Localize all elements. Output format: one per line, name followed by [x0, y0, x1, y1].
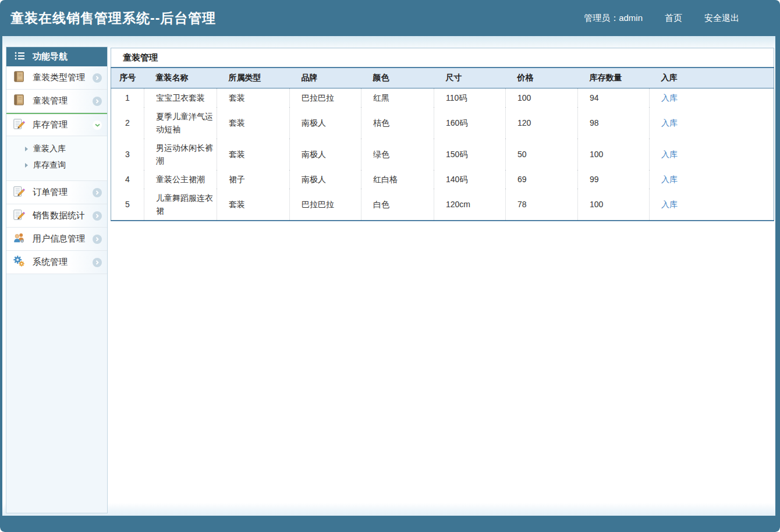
table-row: 3男运动休闲长裤潮套装南极人绿色150码50100入库: [111, 139, 774, 170]
column-header: 品牌: [290, 68, 361, 88]
notepad-pencil-icon: [13, 208, 26, 223]
footer-bar: [0, 516, 780, 532]
app-title: 童装在线销售管理系统--后台管理: [10, 9, 216, 27]
logout-link[interactable]: 安全退出: [704, 13, 739, 24]
cell: 入库: [650, 189, 774, 221]
book-icon: [13, 70, 26, 85]
cell: 98: [578, 107, 650, 139]
cell: 110码: [434, 88, 506, 107]
triangle-right-icon: [25, 163, 28, 168]
sidebar-item[interactable]: 系统管理: [6, 251, 107, 274]
sidebar-item-label: 系统管理: [33, 257, 68, 268]
cell: 120cm: [434, 189, 506, 221]
cell: 巴拉巴拉: [290, 88, 361, 107]
cell: 69: [506, 170, 578, 189]
sidebar-item-label: 童装管理: [33, 95, 68, 107]
chevron-right-icon: [93, 235, 102, 244]
cell: 南极人: [290, 170, 361, 189]
chevron-down-icon: [93, 120, 102, 130]
cell: 100: [506, 88, 578, 107]
triangle-right-icon: [25, 147, 28, 151]
stock-in-link[interactable]: 入库: [661, 118, 678, 127]
sidebar-subitem[interactable]: 库存查询: [6, 157, 107, 173]
list-icon: [15, 51, 25, 62]
column-header: 入库: [650, 68, 774, 88]
cell: 南极人: [290, 107, 361, 139]
chevron-right-icon: [93, 188, 102, 197]
users-icon: [13, 232, 26, 246]
column-header: 序号: [111, 68, 144, 88]
column-header: 颜色: [361, 68, 434, 88]
top-header-bar: 童装在线销售管理系统--后台管理 管理员：admin 首页 安全退出: [0, 0, 780, 36]
stock-in-link[interactable]: 入库: [661, 200, 678, 209]
cell: 99: [578, 170, 650, 189]
sidebar-nav-header: 功能导航: [6, 47, 107, 66]
sidebar-filler: [6, 274, 107, 513]
cell: 套装: [217, 189, 290, 221]
sidebar-item[interactable]: 童装管理: [6, 90, 107, 113]
chevron-right-icon: [93, 97, 102, 106]
sidebar-subitem-label: 库存查询: [33, 160, 66, 171]
sidebar-subitem-label: 童装入库: [33, 144, 66, 154]
cell: 140码: [434, 170, 506, 189]
cell-index: 3: [111, 139, 144, 170]
cell: 94: [578, 88, 650, 107]
home-link[interactable]: 首页: [665, 13, 682, 24]
notepad-pencil-icon: [13, 185, 26, 200]
cell: 男运动休闲长裤潮: [144, 139, 217, 170]
column-header: 所属类型: [217, 68, 290, 88]
cell: 儿童舞蹈服连衣裙: [144, 189, 217, 221]
page-title: 童装管理: [111, 48, 774, 67]
cell: 套装: [217, 139, 290, 170]
sidebar-item-label: 销售数据统计: [33, 210, 85, 221]
sidebar-item[interactable]: 销售数据统计: [6, 204, 107, 228]
sidebar-item-label: 库存管理: [33, 119, 68, 130]
cell: 夏季儿童洋气运动短袖: [144, 107, 217, 139]
book-icon: [13, 94, 26, 108]
cell: 裙子: [217, 170, 290, 189]
stock-in-link[interactable]: 入库: [661, 93, 678, 102]
chevron-right-icon: [93, 211, 102, 221]
cell: 50: [506, 139, 578, 170]
cell-index: 5: [111, 189, 144, 221]
header-links: 管理员：admin 首页 安全退出: [584, 13, 739, 24]
stock-in-link[interactable]: 入库: [661, 150, 678, 159]
table-row: 4童装公主裙潮裙子南极人红白格140码6999入库: [111, 170, 774, 189]
sidebar-item[interactable]: 订单管理: [6, 181, 107, 204]
table-header: 序号童装名称所属类型品牌颜色尺寸价格库存数量入库: [111, 68, 774, 88]
table-row: 1宝宝卫衣套装套装巴拉巴拉红黑110码10094入库: [111, 88, 774, 107]
cell: 入库: [650, 139, 774, 170]
sidebar-subitem[interactable]: 童装入库: [6, 141, 107, 157]
cell: 套装: [217, 88, 290, 107]
cell: 78: [506, 189, 578, 221]
chevron-right-icon: [93, 73, 102, 83]
sidebar-item[interactable]: 童装类型管理: [6, 66, 107, 90]
cell: 100: [578, 189, 650, 221]
cell: 套装: [217, 107, 290, 139]
page-body: 功能导航 童装类型管理童装管理库存管理童装入库库存查询订单管理销售数据统计用户信…: [0, 36, 780, 516]
sidebar-item[interactable]: 库存管理: [6, 113, 107, 136]
cell: 白色: [361, 189, 434, 221]
sidebar-item[interactable]: 用户信息管理: [6, 228, 107, 251]
cell: 巴拉巴拉: [290, 189, 361, 221]
cell-index: 4: [111, 170, 144, 189]
admin-user-label: 管理员：admin: [584, 13, 643, 24]
column-header: 尺寸: [434, 68, 506, 88]
sidebar-submenu: 童装入库库存查询: [6, 136, 107, 181]
cell: 150码: [434, 139, 506, 170]
sidebar-nav-title: 功能导航: [33, 51, 68, 62]
cell: 童装公主裙潮: [144, 170, 217, 189]
app-window: 童装在线销售管理系统--后台管理 管理员：admin 首页 安全退出 功能导航 …: [0, 0, 780, 532]
column-header: 库存数量: [578, 68, 650, 88]
products-table: 序号童装名称所属类型品牌颜色尺寸价格库存数量入库 1宝宝卫衣套装套装巴拉巴拉红黑…: [111, 67, 774, 221]
cell: 桔色: [361, 107, 434, 139]
cell: 入库: [650, 88, 774, 107]
cell: 绿色: [361, 139, 434, 170]
cell-index: 2: [111, 107, 144, 139]
cell: 120: [506, 107, 578, 139]
stock-in-link[interactable]: 入库: [661, 175, 678, 184]
gears-icon: [13, 255, 26, 269]
column-header: 童装名称: [144, 68, 217, 88]
sidebar-item-label: 用户信息管理: [33, 233, 85, 244]
cell: 红白格: [361, 170, 434, 189]
